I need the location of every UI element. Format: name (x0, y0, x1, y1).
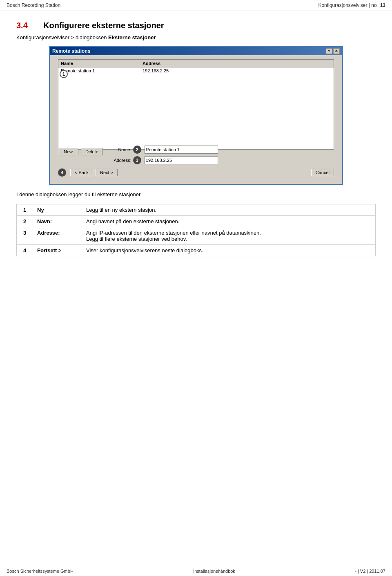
row-desc: Angi navnet på den eksterne stasjonen. (82, 216, 376, 227)
row-desc: Viser konfigurasjonsveiviserens neste di… (82, 245, 376, 256)
row-desc: Angi IP-adressen til den eksterne stasjo… (82, 227, 376, 245)
col-address-header: Address (143, 61, 331, 66)
section-number: 3.4 (16, 21, 37, 30)
footer-manual: Installasjonshåndbok (193, 569, 235, 574)
footer-version: - | V2 | 2011.07 (355, 569, 385, 574)
dialog-body: Name Address Remote station 1 192.168.2.… (50, 55, 342, 184)
name-input[interactable] (145, 146, 218, 154)
right-form: Name: 2 Address: 3 (107, 146, 334, 164)
cancel-button[interactable]: Cancel (311, 169, 334, 176)
address-row: Address: 3 (107, 156, 334, 164)
dialog-window: Remote stations ? ✕ Name Address (49, 46, 343, 185)
callout-1: 1 (60, 70, 68, 78)
dialog-container: Remote stations ? ✕ Name Address (49, 46, 343, 185)
address-label: Address: (107, 158, 131, 163)
description-text: I denne dialogboksen legger du til ekste… (16, 191, 376, 197)
list-row[interactable]: Remote station 1 192.168.2.25 (58, 67, 334, 74)
back-button[interactable]: < Back (70, 169, 93, 176)
left-buttons: New Delete (58, 146, 103, 155)
header-bar: Bosch Recording Station Konfigurasjonsve… (0, 0, 392, 11)
list-header: Name Address (58, 60, 334, 67)
dialog-title: Remote stations (52, 48, 90, 54)
section-heading: 3.4 Konfigurere eksterne stasjoner (16, 21, 376, 30)
section-title: Konfigurere eksterne stasjoner (43, 21, 164, 30)
delete-button[interactable]: Delete (81, 148, 103, 155)
callout-circle-2: 2 (133, 146, 141, 154)
row-term: Adresse: (33, 227, 82, 245)
row-address: 192.168.2.25 (143, 68, 331, 73)
row-term: Navn: (33, 216, 82, 227)
info-table: 1 Ny Legg til en ny ekstern stasjon. 2 N… (16, 204, 376, 256)
breadcrumb: Konfigurasjonsveiviser > dialogboksen Ek… (16, 34, 376, 40)
dialog-titlebar: Remote stations ? ✕ (50, 47, 342, 55)
breadcrumb-bold: Eksterne stasjoner (108, 34, 156, 40)
new-button[interactable]: New (58, 148, 78, 155)
nav-footer: 4 < Back Next > Cancel (54, 167, 338, 180)
row-term: Ny (33, 204, 82, 216)
row-number: 2 (17, 216, 33, 227)
table-row: 1 Ny Legg til en ny ekstern stasjon. (17, 204, 376, 216)
table-row: 4 Fortsett > Viser konfigurasjonsveivise… (17, 245, 376, 256)
table-row: 3 Adresse: Angi IP-adressen til den ekst… (17, 227, 376, 245)
header-right: Konfigurasjonsveiviser | no 13 (318, 2, 385, 8)
footer-bar: Bosch Sicherheitssysteme GmbH Installasj… (0, 566, 392, 576)
row-number: 4 (17, 245, 33, 256)
footer-company: Bosch Sicherheitssysteme GmbH (7, 569, 74, 574)
row-term: Fortsett > (33, 245, 82, 256)
col-name-header: Name (61, 61, 143, 66)
address-input[interactable] (145, 156, 218, 164)
row-name: Remote station 1 (61, 68, 143, 73)
section-label: Konfigurasjonsveiviser | no (318, 2, 376, 8)
breadcrumb-text: Konfigurasjonsveiviser > dialogboksen (16, 34, 108, 40)
close-button[interactable]: ✕ (333, 48, 340, 54)
app-name: Bosch Recording Station (7, 2, 60, 8)
row-number: 1 (17, 204, 33, 216)
main-content: 3.4 Konfigurere eksterne stasjoner Konfi… (0, 11, 392, 266)
titlebar-buttons: ? ✕ (326, 48, 340, 54)
next-button[interactable]: Next > (96, 169, 118, 176)
bottom-area: New Delete Name: 2 Address: 3 (54, 146, 338, 167)
spacer (54, 78, 338, 146)
callout-circle-3: 3 (133, 156, 141, 164)
row-number: 3 (17, 227, 33, 245)
help-button[interactable]: ? (326, 48, 332, 54)
row-desc: Legg til en ny ekstern stasjon. (82, 204, 376, 216)
callout-circle-4: 4 (58, 168, 66, 177)
table-row: 2 Navn: Angi navnet på den eksterne stas… (17, 216, 376, 227)
name-label: Name: (107, 147, 131, 152)
name-row: Name: 2 (107, 146, 334, 154)
callout-circle-1: 1 (60, 70, 68, 78)
page-number: 13 (380, 2, 385, 8)
